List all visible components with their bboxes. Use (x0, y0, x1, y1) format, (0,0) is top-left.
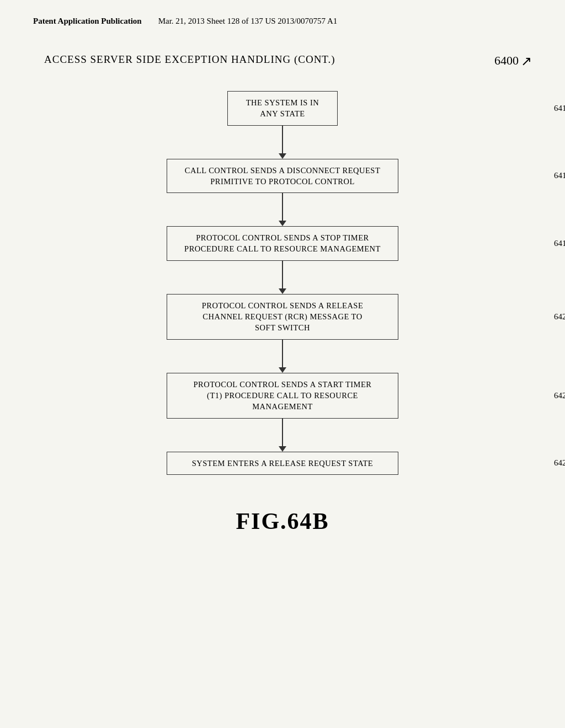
step-6420-label: 6420 (554, 312, 565, 322)
line-4 (282, 340, 283, 367)
step-6414-row: THE SYSTEM IS IN ANY STATE 6414 (33, 91, 532, 126)
arrow-1 (279, 153, 286, 159)
step-6424-label: 6424 (554, 458, 565, 468)
diagram-main-id: 6400 (494, 53, 519, 68)
connector-1 (33, 126, 532, 159)
connector-4 (33, 340, 532, 373)
line-1 (282, 126, 283, 153)
step-6422-text: PROTOCOL CONTROL SENDS A START TIMER(T1)… (193, 380, 371, 411)
connector-2 (33, 193, 532, 226)
arrow-4 (279, 367, 286, 373)
line-2 (282, 193, 283, 221)
step-6420-row: PROTOCOL CONTROL SENDS A RELEASECHANNEL … (33, 294, 532, 340)
arrow-5 (279, 446, 286, 452)
step-6416-label: 6416 (554, 171, 565, 180)
arrow-3 (279, 288, 286, 294)
step-6424-box: SYSTEM ENTERS A RELEASE REQUEST STATE (167, 452, 398, 475)
arrow-2 (279, 221, 286, 226)
step-6414-box: THE SYSTEM IS IN ANY STATE (227, 91, 338, 126)
step-6418-box: PROTOCOL CONTROL SENDS A STOP TIMERPROCE… (167, 226, 398, 261)
step-6414-label: 6414 (554, 104, 565, 113)
publication-info: Mar. 21, 2013 Sheet 128 of 137 US 2013/0… (158, 17, 338, 26)
step-6416-box: CALL CONTROL SENDS A DISCONNECT REQUESTP… (167, 159, 398, 194)
step-6414-text: THE SYSTEM IS IN ANY STATE (246, 98, 319, 118)
arrow-decoration: ↗ (521, 53, 532, 69)
step-6418-text: PROTOCOL CONTROL SENDS A STOP TIMERPROCE… (184, 233, 381, 253)
step-6422-box: PROTOCOL CONTROL SENDS A START TIMER(T1)… (167, 373, 398, 419)
step-6418-row: PROTOCOL CONTROL SENDS A STOP TIMERPROCE… (33, 226, 532, 261)
step-6422-row: PROTOCOL CONTROL SENDS A START TIMER(T1)… (33, 373, 532, 419)
step-6424-row: SYSTEM ENTERS A RELEASE REQUEST STATE 64… (33, 452, 532, 475)
publication-label: Patent Application Publication (33, 17, 142, 26)
page: Patent Application Publication Mar. 21, … (0, 0, 565, 728)
flow-chart: THE SYSTEM IS IN ANY STATE 6414 CALL CON… (33, 91, 532, 475)
diagram-area: ACCESS SERVER SIDE EXCEPTION HANDLING (C… (33, 48, 532, 534)
step-6424-text: SYSTEM ENTERS A RELEASE REQUEST STATE (192, 459, 373, 468)
diagram-title: ACCESS SERVER SIDE EXCEPTION HANDLING (C… (44, 53, 489, 66)
figure-label: FIG.64B (236, 508, 329, 534)
step-6422-label: 6422 (554, 391, 565, 400)
line-5 (282, 419, 283, 446)
step-6416-row: CALL CONTROL SENDS A DISCONNECT REQUESTP… (33, 159, 532, 194)
line-3 (282, 261, 283, 288)
step-6420-box: PROTOCOL CONTROL SENDS A RELEASECHANNEL … (167, 294, 398, 340)
page-header: Patent Application Publication Mar. 21, … (33, 17, 532, 26)
step-6416-text: CALL CONTROL SENDS A DISCONNECT REQUESTP… (185, 166, 381, 186)
connector-5 (33, 419, 532, 452)
diagram-title-row: ACCESS SERVER SIDE EXCEPTION HANDLING (C… (33, 53, 532, 69)
step-6418-label: 6418 (554, 239, 565, 248)
connector-3 (33, 261, 532, 294)
step-6420-text: PROTOCOL CONTROL SENDS A RELEASECHANNEL … (202, 301, 364, 333)
